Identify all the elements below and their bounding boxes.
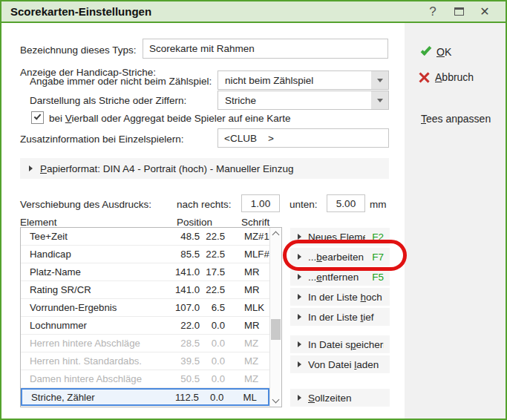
maximize-icon[interactable] <box>453 5 465 19</box>
zaehlspiel-dropdown[interactable]: nicht beim Zählspiel <box>217 70 389 90</box>
arrow-right-icon <box>298 294 301 300</box>
adjust-tees-button[interactable]: Tees anpassen <box>421 113 491 125</box>
arrow-right-icon <box>298 234 301 240</box>
zaehlspiel-label: Angabe immer oder nicht beim Zählspiel: <box>30 76 212 87</box>
table-scrollbar[interactable] <box>269 228 281 407</box>
darstellung-value: Striche <box>218 95 371 106</box>
load-from-file-button[interactable]: Von Datei laden <box>290 355 390 373</box>
check-icon <box>421 45 432 56</box>
offset-down-label: unten: <box>290 199 318 210</box>
offset-right-input[interactable] <box>241 194 280 212</box>
vierball-checkbox[interactable] <box>31 111 44 124</box>
table-row[interactable]: Herren hintere Abschläge28.50.0MZ <box>21 335 269 352</box>
list-down-button[interactable]: In der Liste tief <box>290 308 390 326</box>
paper-format-button[interactable]: Papierformat: DIN A4 - Portrait (hoch) -… <box>20 158 389 179</box>
column-header-element: Element <box>20 217 57 228</box>
table-row[interactable]: Damen hintere Abschläge50.50.0MZ <box>21 370 269 388</box>
ok-button[interactable]: OK <box>421 46 451 58</box>
paper-format-label: Papierformat: DIN A4 - Portrait (hoch) -… <box>40 163 293 174</box>
save-to-file-button[interactable]: In Datei speichern <box>290 335 390 353</box>
titlebar: Scorekarten-Einstellungen ? ✕ <box>1 1 506 23</box>
darstellung-dropdown[interactable]: Striche <box>217 91 389 110</box>
column-header-font: Schrift <box>241 217 269 228</box>
remove-element-button[interactable]: ...entfernen F5 <box>290 268 390 286</box>
table-row[interactable]: Herren hint. Standardabs.39.50.0MZ <box>21 352 269 370</box>
dropdown-button[interactable] <box>371 91 388 109</box>
zusatzinfo-label: Zusatzinformation bei Einzelspielern: <box>20 134 184 145</box>
zaehlspiel-value: nicht beim Zählspiel <box>218 75 371 86</box>
disclosure-arrow-icon <box>29 165 33 171</box>
arrow-right-icon <box>298 314 301 320</box>
scroll-down-icon[interactable] <box>272 396 280 404</box>
table-row[interactable]: Tee+Zeit48.522.5MZ#13. <box>21 228 269 246</box>
scroll-up-icon[interactable] <box>272 232 280 239</box>
vierball-label: bei Vierball oder Aggregat beide Spieler… <box>49 113 291 124</box>
window-controls: ? ✕ <box>427 5 497 19</box>
window-title: Scorekarten-Einstellungen <box>10 5 427 18</box>
arrow-right-icon <box>298 254 301 260</box>
table-row[interactable]: Lochnummer22.00.0MR <box>21 317 269 335</box>
offset-label: Verschiebung des Ausdrucks: <box>20 199 151 210</box>
chevron-down-icon <box>377 99 383 102</box>
scorecard-settings-dialog: Scorekarten-Einstellungen ? ✕ OK Abbruch… <box>0 0 507 420</box>
zusatzinfo-input[interactable] <box>217 128 389 148</box>
checkmark-icon <box>34 112 42 119</box>
table-row[interactable]: Vorrunden-Ergebnis107.06.5MLK <box>21 299 269 317</box>
help-icon[interactable]: ? <box>427 5 439 19</box>
abort-label: Abbruch <box>435 71 474 83</box>
abort-button[interactable]: Abbruch <box>419 71 474 83</box>
x-icon <box>419 72 430 83</box>
edit-element-button[interactable]: ...bearbeiten F7 <box>290 248 390 266</box>
arrow-right-icon <box>298 341 301 347</box>
new-element-button[interactable]: Neues Element F2 <box>290 228 390 246</box>
close-icon[interactable]: ✕ <box>479 5 491 19</box>
fkey-label: F7 <box>372 252 384 263</box>
fkey-label: F2 <box>372 232 384 243</box>
table-row-selected[interactable]: Striche, Zähler112.50.0ML <box>21 388 269 406</box>
fkey-label: F5 <box>372 272 384 283</box>
table-row[interactable]: Rating SR/CR141.022.5MR <box>21 281 269 299</box>
table-row[interactable]: Handicap85.522.5MLF#15 <box>21 246 269 263</box>
target-times-button[interactable]: Sollzeiten <box>290 389 390 407</box>
scrollbar-thumb[interactable] <box>271 319 281 340</box>
arrow-right-icon <box>298 361 301 367</box>
column-header-position: Position <box>177 217 212 228</box>
arrow-right-icon <box>298 395 301 401</box>
dropdown-button[interactable] <box>371 71 388 89</box>
chevron-down-icon <box>377 79 383 82</box>
table-row[interactable]: Platz-Name141.017.5MR <box>21 263 269 281</box>
darstellung-label: Darstellung als Striche oder Ziffern: <box>30 95 186 106</box>
offset-unit-label: mm <box>370 199 387 210</box>
elements-table: Tee+Zeit48.522.5MZ#13. Handicap85.522.5M… <box>20 227 282 407</box>
type-input[interactable] <box>143 39 388 59</box>
adjust-tees-label: Tees anpassen <box>421 113 491 125</box>
offset-right-label: nach rechts: <box>177 199 232 210</box>
offset-down-input[interactable] <box>327 194 365 212</box>
type-label: Bezeichnung dieses Typs: <box>20 45 137 56</box>
arrow-right-icon <box>298 274 301 280</box>
table-rows: Tee+Zeit48.522.5MZ#13. Handicap85.522.5M… <box>21 228 269 407</box>
ok-label: OK <box>436 46 451 58</box>
list-up-button[interactable]: In der Liste hoch <box>290 288 390 306</box>
